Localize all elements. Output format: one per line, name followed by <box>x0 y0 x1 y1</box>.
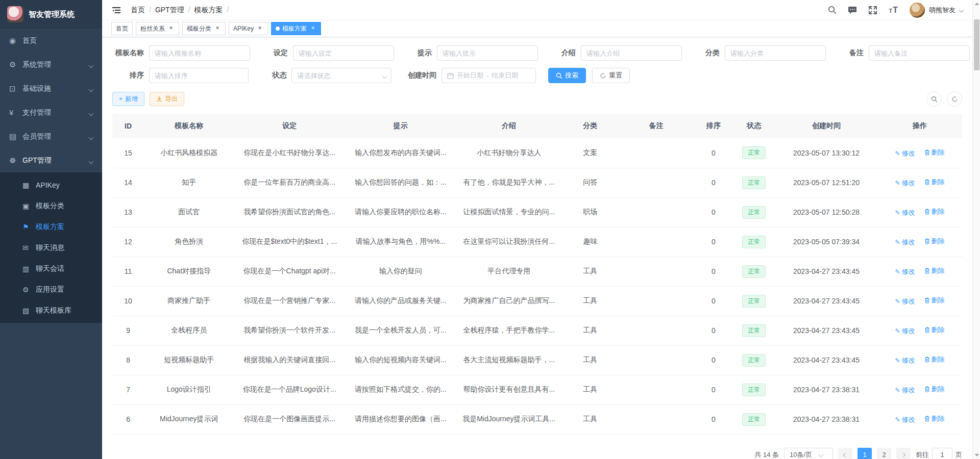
sidebar-subitem[interactable]: ▦ APIKey <box>0 174 102 195</box>
edit-link[interactable]: ✎ 修改 <box>895 415 915 424</box>
delete-link[interactable]: 删除 <box>924 266 945 275</box>
tag-view-tab[interactable]: APIKey × <box>229 22 268 35</box>
page-number-button[interactable]: 1 <box>857 448 872 459</box>
sidebar-subitem[interactable]: ⚙ 应用设置 <box>0 279 102 300</box>
edit-link[interactable]: ✎ 修改 <box>895 326 915 336</box>
user-avatar <box>910 3 925 18</box>
close-icon[interactable]: × <box>309 25 316 32</box>
toggle-search-button[interactable] <box>926 91 942 107</box>
cell-actions: ✎ 修改 删除 <box>877 404 962 434</box>
edit-link[interactable]: ✎ 修改 <box>895 238 915 247</box>
close-icon[interactable]: × <box>214 25 221 32</box>
cell-remark <box>618 197 694 227</box>
cell-remark <box>618 375 694 404</box>
cell-id: 6 <box>112 404 144 434</box>
cell-created: 2023-04-27 23:43:45 <box>775 257 877 286</box>
toolbar-right <box>926 91 962 107</box>
close-icon[interactable]: × <box>256 25 263 32</box>
fullscreen-icon[interactable] <box>868 6 877 15</box>
delete-link[interactable]: 删除 <box>924 414 945 423</box>
table-row: 12 角色扮演 你现在是$text0中的$text1，... 请输入故事与角色，… <box>112 227 962 257</box>
prev-page-button[interactable] <box>838 448 852 459</box>
next-page-button[interactable] <box>896 448 911 459</box>
chat-session-icon: ▥ <box>22 265 36 273</box>
breadcrumb-item[interactable]: 首页 <box>131 6 151 15</box>
sidebar-toggle-icon[interactable] <box>111 5 121 15</box>
cell-id: 15 <box>112 138 144 168</box>
reset-button[interactable]: 重置 <box>592 68 630 83</box>
message-icon[interactable] <box>848 6 857 15</box>
status-select[interactable] <box>291 68 391 83</box>
cell-remark <box>618 138 694 168</box>
delete-link[interactable]: 删除 <box>924 325 945 335</box>
scrollbar[interactable] <box>972 0 980 459</box>
edit-link[interactable]: ✎ 修改 <box>895 149 915 158</box>
page-size-select[interactable]: 10条/页 <box>784 448 833 459</box>
edit-icon: ✎ <box>895 268 900 275</box>
delete-link[interactable]: 删除 <box>924 148 945 157</box>
refresh-button[interactable] <box>947 91 962 107</box>
scrollbar-thumb[interactable] <box>974 19 979 70</box>
chevron-icon <box>89 61 93 69</box>
search-button[interactable]: 搜索 <box>548 68 586 83</box>
sidebar-item[interactable]: ⊡ 基础设施 <box>0 76 102 100</box>
cell-remark <box>618 257 694 286</box>
edit-link[interactable]: ✎ 修改 <box>895 208 915 217</box>
delete-link[interactable]: 删除 <box>924 296 945 305</box>
template-category-icon: ▣ <box>22 202 36 210</box>
edit-link[interactable]: ✎ 修改 <box>895 386 915 395</box>
jump-page-input[interactable] <box>932 448 952 459</box>
tab-label: 模板方案 <box>282 24 307 33</box>
search-icon[interactable] <box>827 6 837 15</box>
delete-link[interactable]: 删除 <box>924 177 945 187</box>
date-range-picker[interactable]: 开始日期 - 结束日期 <box>442 68 536 83</box>
add-button[interactable]: + 新增 <box>112 92 144 106</box>
cell-status: 正常 <box>733 227 775 257</box>
edit-link[interactable]: ✎ 修改 <box>895 297 915 306</box>
column-header: 介绍 <box>456 114 562 138</box>
user-menu[interactable]: 萌熊智友 <box>910 3 963 18</box>
sidebar-item[interactable]: ☸ GPT管理 <box>0 148 102 172</box>
sidebar-item[interactable]: ⚙ 系统管理 <box>0 53 102 76</box>
tag-view-tab[interactable]: 粉丝关系 × <box>136 22 179 35</box>
edit-link[interactable]: ✎ 修改 <box>895 178 915 188</box>
trash-icon <box>924 268 930 274</box>
sidebar-menu: ◉ 首页 ⚙ 系统管理 ⊡ 基础设施 ¥ 支 <box>0 29 102 172</box>
sidebar-subitem[interactable]: ▧ 聊天模板库 <box>0 300 102 321</box>
breadcrumb-item[interactable]: 模板方案 <box>194 6 229 15</box>
tag-view-tab[interactable]: 模板方案 × <box>271 22 321 35</box>
delete-link[interactable]: 删除 <box>924 355 945 364</box>
status-badge: 正常 <box>742 146 766 159</box>
sidebar-item[interactable]: ▤ 会员管理 <box>0 124 102 148</box>
sidebar-item[interactable]: ◉ 首页 <box>0 29 102 53</box>
chevron-down-icon <box>819 452 824 457</box>
edit-link[interactable]: ✎ 修改 <box>895 356 915 365</box>
navbar: 首页GPT管理模板方案 TT <box>102 0 972 20</box>
sidebar-subitem[interactable]: ▥ 聊天会话 <box>0 258 102 279</box>
font-size-icon[interactable]: TT <box>889 6 898 15</box>
delete-link[interactable]: 删除 <box>924 385 945 394</box>
edit-link[interactable]: ✎ 修改 <box>895 267 915 276</box>
sidebar-subitem[interactable]: ⚑ 模板方案 <box>0 216 102 237</box>
search-icon <box>931 96 938 103</box>
cell-id: 13 <box>112 197 144 227</box>
filter-label: 备注 <box>832 48 864 58</box>
tag-view-tab[interactable]: 模板分类 × <box>182 22 226 35</box>
export-button[interactable]: 导出 <box>150 92 184 106</box>
page-number-button[interactable]: 2 <box>877 448 891 459</box>
scroll-up-icon[interactable] <box>973 0 980 8</box>
sort-input[interactable] <box>149 68 249 83</box>
cell-name: 全栈程序员 <box>144 316 234 345</box>
delete-link[interactable]: 删除 <box>924 237 945 246</box>
sidebar-subitem[interactable]: ▣ 模板分类 <box>0 195 102 216</box>
cell-id: 12 <box>112 227 144 257</box>
close-icon[interactable]: × <box>167 25 175 32</box>
cell-prompt: 请输入你的产品或服务关键... <box>345 286 456 316</box>
delete-link[interactable]: 删除 <box>924 207 945 216</box>
breadcrumb-item[interactable]: GPT管理 <box>155 6 190 15</box>
sidebar-subitem[interactable]: ✉ 聊天消息 <box>0 237 102 258</box>
tag-view-tab[interactable]: 首页 × <box>111 22 133 35</box>
scroll-down-icon[interactable] <box>973 451 980 459</box>
status-badge: 正常 <box>742 265 766 278</box>
sidebar-item[interactable]: ¥ 支付管理 <box>0 100 102 124</box>
